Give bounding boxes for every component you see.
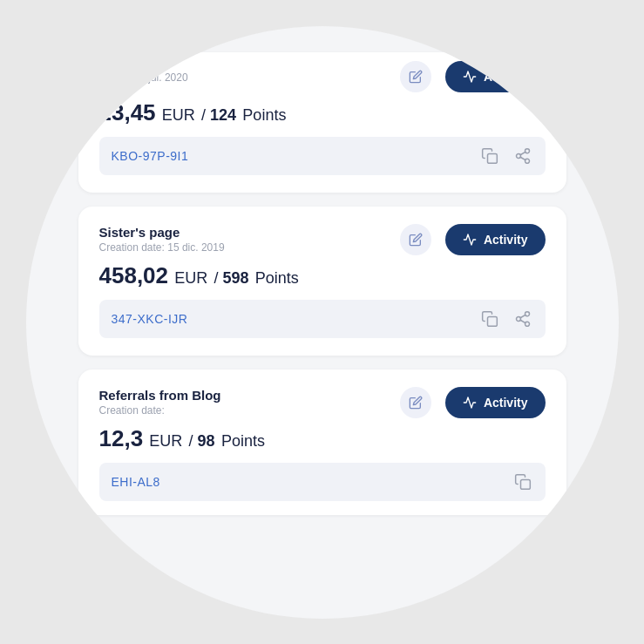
card-3-header-right: Activity <box>400 387 546 418</box>
card-3-title: Referrals from Blog <box>99 388 221 403</box>
card-2-separator: / <box>214 269 223 287</box>
activity-chart-icon <box>463 70 477 84</box>
card-2-header: Sister's page Creation date: 15 dic. 201… <box>99 224 546 255</box>
card-1-date: on date: 8 jul. 2020 <box>99 71 188 84</box>
card-1-points-separator: / <box>201 106 210 124</box>
card-1-code-row: KBO-97P-9I1 <box>99 137 546 175</box>
card-1-code-actions <box>479 146 533 166</box>
card-2-edit-button[interactable] <box>400 224 431 255</box>
card-2-currency: EUR <box>174 269 207 287</box>
card-3-code-row: EHI-AL8 <box>99 463 546 501</box>
card-2-code-row: 347-XKC-IJR <box>99 300 546 338</box>
card-3-copy-button[interactable] <box>512 471 533 492</box>
card-3: Referrals from Blog Creation date: Activ… <box>78 369 566 515</box>
pencil-icon <box>409 396 423 410</box>
card-1-points-label: Points <box>242 106 286 124</box>
svg-line-11 <box>520 315 525 317</box>
svg-line-4 <box>520 157 525 159</box>
svg-line-10 <box>520 320 525 322</box>
card-2-points-value: 598 <box>223 269 249 287</box>
card-2-code-actions <box>479 308 533 329</box>
card-2-activity-label: Activity <box>484 233 528 247</box>
card-1-code: KBO-97P-9I1 <box>112 149 189 163</box>
card-1-copy-button[interactable] <box>479 146 500 166</box>
card-3-points-label: Points <box>221 432 265 450</box>
card-2-copy-button[interactable] <box>479 308 500 329</box>
share-icon <box>514 310 532 328</box>
card-1-title-group: on date: 8 jul. 2020 <box>99 70 188 84</box>
svg-rect-0 <box>487 153 497 163</box>
card-3-amount: 12,3 EUR / 98 Points <box>99 425 546 452</box>
card-2-amount: 458,02 EUR / 598 Points <box>99 262 546 289</box>
card-3-activity-button[interactable]: Activity <box>445 387 546 418</box>
card-2-points-label: Points <box>255 269 299 287</box>
card-3-title-group: Referrals from Blog Creation date: <box>99 388 221 417</box>
copy-icon <box>481 310 498 328</box>
card-1-amount: 23,45 EUR / 124 Points <box>99 99 546 126</box>
card-2-title: Sister's page <box>99 225 225 240</box>
card-1-header-right: Activity <box>400 61 546 92</box>
card-2: Sister's page Creation date: 15 dic. 201… <box>78 207 566 356</box>
card-3-edit-button[interactable] <box>400 387 431 418</box>
copy-icon <box>481 147 498 165</box>
card-3-separator: / <box>189 432 198 450</box>
main-circle: on date: 8 jul. 2020 Activity 23,4 <box>26 26 619 619</box>
svg-rect-6 <box>487 316 497 326</box>
card-1-activity-label: Activity <box>484 70 528 84</box>
share-icon <box>514 147 532 165</box>
svg-line-5 <box>520 152 525 154</box>
card-1-activity-button[interactable]: Activity <box>445 61 546 92</box>
pencil-icon <box>409 70 423 84</box>
copy-icon <box>514 473 532 491</box>
card-1-header: on date: 8 jul. 2020 Activity <box>99 61 546 92</box>
card-1-edit-button[interactable] <box>400 61 431 92</box>
card-3-points-value: 98 <box>198 432 215 450</box>
card-3-currency: EUR <box>149 432 182 450</box>
card-2-code: 347-XKC-IJR <box>112 312 188 326</box>
card-1: on date: 8 jul. 2020 Activity 23,4 <box>78 52 566 193</box>
card-3-date: Creation date: <box>99 404 221 417</box>
activity-chart-icon <box>463 396 477 410</box>
card-1-points-value: 124 <box>210 106 236 124</box>
card-3-code: EHI-AL8 <box>112 475 160 489</box>
activity-chart-icon <box>463 233 477 247</box>
card-2-share-button[interactable] <box>512 308 533 329</box>
card-3-activity-label: Activity <box>484 396 528 410</box>
svg-rect-12 <box>520 479 530 489</box>
card-2-title-group: Sister's page Creation date: 15 dic. 201… <box>99 225 225 254</box>
card-2-date: Creation date: 15 dic. 2019 <box>99 241 225 254</box>
card-2-amount-value: 458,02 <box>99 262 169 288</box>
card-1-amount-value: 23,45 <box>99 99 156 125</box>
card-3-amount-value: 12,3 <box>99 425 144 451</box>
pencil-icon <box>409 233 423 247</box>
card-2-activity-button[interactable]: Activity <box>445 224 546 255</box>
card-1-share-button[interactable] <box>512 146 533 166</box>
card-2-header-right: Activity <box>400 224 546 255</box>
card-3-header: Referrals from Blog Creation date: Activ… <box>99 387 546 418</box>
card-1-currency: EUR <box>162 106 195 124</box>
card-3-code-actions <box>512 471 533 492</box>
